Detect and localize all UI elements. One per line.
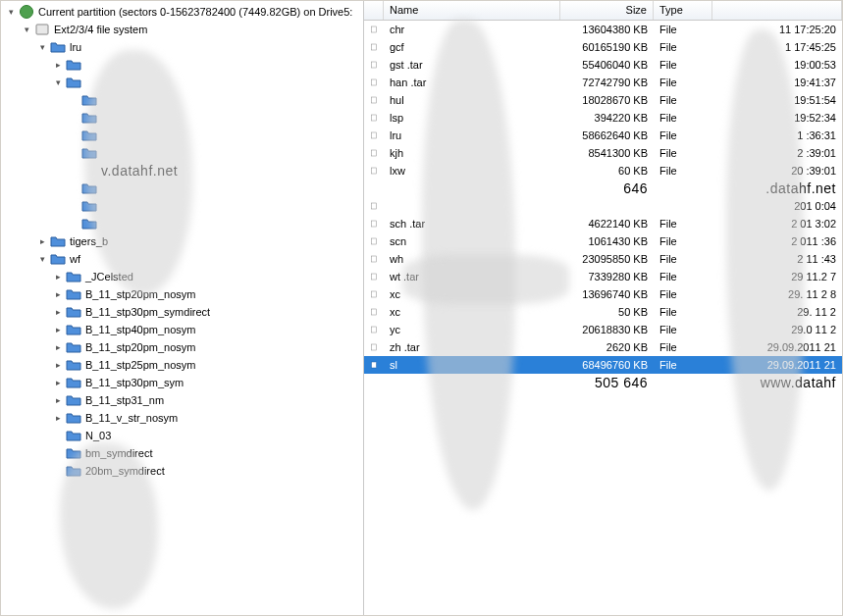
collapse-icon[interactable]: ▾ (52, 77, 64, 88)
file-row[interactable]: gst .tar55406040 KBFile19:00:53 (364, 56, 842, 74)
file-icon (364, 58, 384, 72)
file-name: xc (384, 288, 560, 300)
file-date: 2 01 3:02 (712, 218, 842, 230)
file-row[interactable]: han .tar72742790 KBFile19:41:37 (364, 74, 842, 91)
file-row[interactable]: yc20618830 KBFile29.0 11 2 (364, 321, 842, 338)
folder-icon (66, 269, 81, 284)
fs-node[interactable]: ▾ Ext2/3/4 file system ▾ (19, 21, 363, 480)
file-row[interactable]: wh23095850 KBFile2 11 :43 (364, 250, 842, 268)
file-row[interactable]: xc50 KBFile29. 11 2 (364, 303, 842, 321)
folder-icon (81, 163, 97, 179)
file-type: File (654, 147, 712, 159)
file-row[interactable]: lxw60 KBFile20 :39:01 (364, 162, 842, 180)
tree-item[interactable] (66, 144, 363, 162)
file-row[interactable]: hul18028670 KBFile19:51:54 (364, 91, 842, 109)
tree-item[interactable]: ▾ v.datahf.net (50, 74, 363, 232)
file-name: yc (384, 324, 560, 335)
expand-icon[interactable]: ▸ (36, 235, 48, 247)
tree-item[interactable] (66, 180, 363, 197)
tree-item[interactable] (66, 197, 363, 215)
tree-item[interactable] (66, 109, 363, 127)
file-type: File (654, 59, 712, 71)
tree-item[interactable]: ▸B_11_stp40pm_nosym (50, 321, 363, 338)
tree-item[interactable]: ▸B_11_stp30pm_sym (50, 374, 363, 391)
tree-item[interactable]: ▸B_11_stp30pm_symdirect (50, 303, 363, 321)
tree-item[interactable]: ▸B_11_v_str_nosym (50, 409, 363, 427)
folder-icon (81, 92, 97, 108)
tig-node[interactable]: ▸tigers_b (34, 232, 363, 250)
header-type[interactable]: Type (654, 1, 712, 20)
expand-icon[interactable]: ▸ (52, 341, 64, 353)
tree-item[interactable]: ▸B_11_stp20pm_nosym (50, 285, 363, 303)
expand-icon[interactable]: ▸ (52, 324, 64, 335)
tree-item[interactable] (66, 127, 363, 144)
file-row[interactable]: zh .tar2620 KBFile29.09.2011 21 (364, 338, 842, 356)
collapse-icon[interactable]: ▾ (5, 6, 17, 18)
folder-icon (81, 110, 97, 126)
header-date[interactable] (712, 1, 842, 20)
file-icon (364, 340, 384, 354)
header-name[interactable]: Name (384, 1, 560, 20)
svg-rect-13 (372, 238, 377, 244)
file-type: File (654, 341, 712, 353)
file-type: File (654, 288, 712, 300)
root-partition-node[interactable]: ▾ Current partition (sectors 0-156237824… (3, 3, 363, 480)
file-row[interactable]: wt .tar7339280 KBFile29 11.2 7 (364, 268, 842, 285)
tree-item[interactable]: 20bm_symdirect (50, 462, 363, 480)
tree-item[interactable]: ▸_JCelsted (50, 268, 363, 285)
collapse-icon[interactable]: ▾ (36, 253, 48, 265)
svg-rect-8 (372, 132, 377, 138)
file-row[interactable]: 646.datahf.net (364, 180, 842, 197)
list-header[interactable]: Name Size Type (364, 1, 842, 21)
tree-item[interactable]: v.datahf.net (66, 162, 363, 180)
expand-icon[interactable]: ▸ (52, 271, 64, 282)
file-row[interactable]: chr13604380 KBFile11 17:25:20 (364, 21, 842, 38)
tree-pane[interactable]: ▾ Current partition (sectors 0-156237824… (1, 1, 364, 615)
collapse-icon[interactable]: ▾ (21, 24, 32, 35)
file-row[interactable]: kjh8541300 KBFile2 :39:01 (364, 144, 842, 162)
folder-icon (50, 251, 66, 267)
file-row[interactable]: 201 0:04 (364, 197, 842, 215)
header-size[interactable]: Size (560, 1, 654, 20)
file-row[interactable]: lru58662640 KBFile1 :36:31 (364, 127, 842, 144)
tree-item[interactable]: ▸B_11_stp20pm_nosym (50, 338, 363, 356)
file-row[interactable]: xc13696740 KBFile29. 11 2 8 (364, 285, 842, 303)
file-icon (364, 358, 384, 372)
tree-item[interactable]: ▸ (50, 56, 363, 74)
wf-node[interactable]: ▾wf ▸_JCelsted▸B_11_stp20pm_nosym▸B_11_s… (34, 250, 363, 480)
file-size: 50 KB (560, 306, 654, 318)
tree-item[interactable]: ▸B_11_stp25pm_nosym (50, 356, 363, 374)
svg-rect-18 (372, 327, 377, 333)
file-row[interactable]: gcf60165190 KBFile1 17:45:25 (364, 38, 842, 56)
tree-item[interactable]: N_03 (50, 427, 363, 444)
file-row[interactable]: sl68496760 KBFile29.09.2011 21 (364, 356, 842, 374)
file-row[interactable]: scn1061430 KBFile2 011 :36 (364, 232, 842, 250)
tree-item[interactable] (66, 215, 363, 232)
tree-item[interactable]: ▸B_11_stp31_nm (50, 391, 363, 409)
file-icon (364, 217, 384, 231)
expand-icon[interactable]: ▸ (52, 412, 64, 424)
expand-icon[interactable]: ▸ (52, 359, 64, 371)
folder-icon (66, 57, 81, 73)
watermark-text: v.datahf.net (101, 163, 178, 179)
expand-icon[interactable]: ▸ (52, 377, 64, 388)
file-date: 19:00:53 (712, 59, 842, 71)
svg-rect-10 (372, 168, 377, 174)
file-icon (364, 40, 384, 54)
tree-item-label: B_11_stp30pm_sym (85, 377, 184, 388)
expand-icon[interactable]: ▸ (52, 394, 64, 406)
file-row[interactable]: sch .tar4622140 KBFile2 01 3:02 (364, 215, 842, 232)
file-row[interactable]: lsp394220 KBFile19:52:34 (364, 109, 842, 127)
list-body[interactable]: chr13604380 KBFile11 17:25:20gcf60165190… (364, 21, 842, 615)
expand-icon[interactable]: ▸ (52, 59, 64, 71)
expand-icon[interactable]: ▸ (52, 306, 64, 318)
tree-item[interactable] (66, 91, 363, 109)
file-size: 8541300 KB (560, 147, 654, 159)
expand-icon[interactable]: ▸ (52, 288, 64, 300)
lru-node[interactable]: ▾ lru ▸ ▾ (34, 38, 363, 232)
header-icon-col (364, 1, 384, 20)
tree-item[interactable]: bm_symdirect (50, 444, 363, 462)
file-row[interactable]: 505 646www.datahf (364, 374, 842, 391)
collapse-icon[interactable]: ▾ (36, 41, 48, 53)
file-size: 23095850 KB (560, 253, 654, 265)
